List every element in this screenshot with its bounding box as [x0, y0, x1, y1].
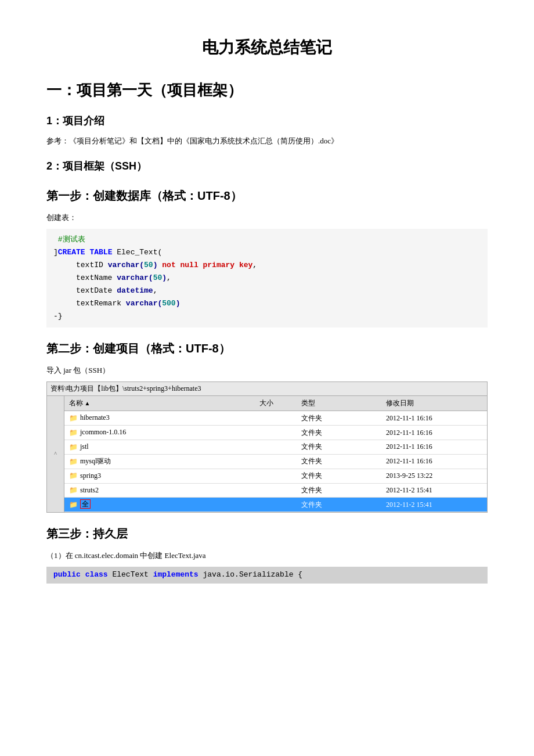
file-type-cell: 文件夹: [297, 498, 381, 512]
file-name-cell: 📁hibernate3: [64, 411, 255, 426]
file-browser-inner: ^ 名称 大小 类型 修改日期 📁hibernate3文件夹2012-11-1 …: [47, 396, 487, 512]
folder-icon: 📁: [69, 499, 78, 510]
file-date-cell: 2012-11-2 15:41: [381, 498, 487, 512]
file-date-cell: 2012-11-1 16:16: [381, 426, 487, 440]
file-content: 名称 大小 类型 修改日期 📁hibernate3文件夹2012-11-1 16…: [64, 396, 487, 512]
file-name-text: mysql驱动: [80, 457, 111, 465]
folder-icon: 📁: [69, 413, 78, 424]
step2-heading: 第二步：创建项目（格式：UTF-8）: [46, 339, 488, 358]
file-type-cell: 文件夹: [297, 454, 381, 469]
file-name-text: jstl: [80, 442, 89, 451]
sql-code-block: #测试表 ]CREATE TABLE Elec_Text( textID var…: [46, 229, 488, 328]
file-name-cell: 📁全: [64, 498, 255, 512]
file-size-cell: [255, 440, 297, 455]
folder-icon: 📁: [69, 427, 78, 438]
col-header-name[interactable]: 名称: [64, 396, 255, 411]
sql-close-bracket: -}: [53, 312, 63, 321]
col-header-date: 修改日期: [381, 396, 487, 411]
folder-icon: 📁: [69, 485, 78, 496]
file-date-cell: 2012-11-2 15:41: [381, 483, 487, 498]
file-type-cell: 文件夹: [297, 411, 381, 426]
sql-bracket: ]: [53, 248, 58, 257]
scroll-up-icon: ^: [54, 449, 57, 459]
file-date-cell: 2012-11-1 16:16: [381, 440, 487, 455]
java-public: public: [53, 570, 81, 579]
folder-icon: 📁: [69, 456, 78, 467]
file-name-text: spring3: [80, 471, 101, 480]
file-name-cell: 📁jcommon-1.0.16: [64, 426, 255, 440]
sql-notnull: not null primary key: [162, 261, 252, 269]
file-browser: 资料\电力项目【lib包】\struts2+spring3+hibernate3…: [46, 381, 488, 513]
main-title: 电力系统总结笔记: [46, 35, 488, 61]
file-name-cell: 📁mysql驱动: [64, 454, 255, 469]
sub2-heading: 2：项目框架（SSH）: [46, 158, 488, 175]
file-size-cell: [255, 454, 297, 469]
file-type-cell: 文件夹: [297, 469, 381, 483]
sql-create: CREATE: [58, 248, 85, 257]
table-row[interactable]: 📁jstl文件夹2012-11-1 16:16: [64, 440, 487, 455]
sql-varchar1: varchar(50): [108, 261, 158, 269]
file-browser-path: 资料\电力项目【lib包】\struts2+spring3+hibernate3: [47, 382, 487, 396]
table-row[interactable]: 📁struts2文件夹2012-11-2 15:41: [64, 483, 487, 498]
sub1-body: 参考：《项目分析笔记》和【文档】中的《国家电力系统技术点汇总（简历使用）.doc…: [46, 135, 488, 147]
table-row[interactable]: 📁hibernate3文件夹2012-11-1 16:16: [64, 411, 487, 426]
sql-varchar3: varchar(500): [126, 299, 181, 308]
file-size-cell: [255, 498, 297, 512]
file-name-text: jcommon-1.0.16: [80, 428, 126, 436]
import-label: 导入 jar 包（SSH）: [46, 365, 488, 377]
file-name-text: hibernate3: [80, 413, 110, 422]
file-size-cell: [255, 469, 297, 483]
step3-note: （1）在 cn.itcast.elec.domain 中创建 ElecText.…: [46, 550, 488, 562]
create-table-label: 创建表：: [46, 212, 488, 224]
file-type-cell: 文件夹: [297, 426, 381, 440]
sql-table: TABLE: [89, 248, 112, 257]
file-table: 名称 大小 类型 修改日期 📁hibernate3文件夹2012-11-1 16…: [64, 396, 487, 512]
java-code-block: public class ElecText implements java.io…: [46, 567, 488, 584]
table-row[interactable]: 📁jcommon-1.0.16文件夹2012-11-1 16:16: [64, 426, 487, 440]
step1-heading: 第一步：创建数据库（格式：UTF-8）: [46, 186, 488, 205]
table-row[interactable]: 📁全文件夹2012-11-2 15:41: [64, 498, 487, 512]
file-name-cell: 📁jstl: [64, 440, 255, 455]
sql-varchar2: varchar(50): [117, 273, 167, 282]
table-row[interactable]: 📁spring3文件夹2013-9-25 13:22: [64, 469, 487, 483]
sql-comment: #测试表: [53, 235, 85, 244]
col-header-size: 大小: [255, 396, 297, 411]
file-name-text: 全: [80, 499, 91, 509]
file-size-cell: [255, 483, 297, 498]
sub1-heading: 1：项目介绍: [46, 113, 488, 129]
folder-icon: 📁: [69, 470, 78, 481]
file-name-text: struts2: [80, 486, 99, 494]
file-date-cell: 2012-11-1 16:16: [381, 454, 487, 469]
section1-heading: 一：项目第一天（项目框架）: [46, 78, 488, 103]
folder-icon: 📁: [69, 442, 78, 453]
step3-heading: 第三步：持久层: [46, 524, 488, 543]
java-implements: implements: [153, 570, 199, 579]
table-row[interactable]: 📁mysql驱动文件夹2012-11-1 16:16: [64, 454, 487, 469]
file-date-cell: 2012-11-1 16:16: [381, 411, 487, 426]
file-type-cell: 文件夹: [297, 440, 381, 455]
file-size-cell: [255, 426, 297, 440]
scroll-left-col: ^: [47, 396, 64, 512]
file-size-cell: [255, 411, 297, 426]
java-class: class: [85, 570, 108, 579]
file-type-cell: 文件夹: [297, 483, 381, 498]
col-header-type: 类型: [297, 396, 381, 411]
file-name-cell: 📁spring3: [64, 469, 255, 483]
file-name-cell: 📁struts2: [64, 483, 255, 498]
file-date-cell: 2013-9-25 13:22: [381, 469, 487, 483]
sql-datetime: datetime: [117, 286, 153, 295]
